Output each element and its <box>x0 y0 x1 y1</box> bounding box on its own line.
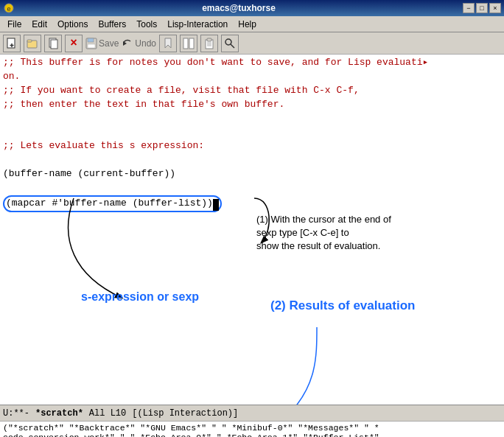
search-button[interactable] <box>221 35 239 52</box>
menu-tools[interactable]: Tools <box>132 18 161 31</box>
annotation-3: s-expression or sexp <box>81 290 199 304</box>
editor-line-3: ;; If you want to create a file, visit t… <box>3 84 501 98</box>
titlebar: e emacs@tuxhorse − □ × <box>0 0 504 16</box>
svg-point-21 <box>225 39 231 45</box>
svg-rect-8 <box>51 40 57 49</box>
close-file-button[interactable]: × <box>65 35 83 52</box>
close-button[interactable]: × <box>489 3 501 13</box>
editor-line-6 <box>3 125 501 139</box>
split-button[interactable] <box>180 35 197 52</box>
menu-help[interactable]: Help <box>234 18 261 31</box>
position-indicator: All L10 <box>89 408 126 419</box>
editor-line-9: (buffer-name (current-buffer)) <box>3 167 501 181</box>
editor-line-4: ;; then enter the text in that file's ow… <box>3 98 501 112</box>
mode-indicator: [(Lisp Interaction)] <box>132 408 238 419</box>
editor-content: ;; This buffer is for notes you don't wa… <box>0 55 504 214</box>
annotation-1: (1) With the cursor at the end of sexp t… <box>256 213 477 254</box>
paste-button[interactable] <box>200 35 218 52</box>
toolbar: × Save Undo <box>0 32 504 55</box>
bookmark-button[interactable] <box>159 35 177 52</box>
svg-line-22 <box>231 44 234 48</box>
menubar: File Edit Options Buffers Tools Lisp-Int… <box>0 16 504 32</box>
svg-rect-2 <box>7 38 15 48</box>
output-line-1: ("*scratch*" "*Backtrace*" "*GNU Emacs*"… <box>3 423 501 433</box>
open-file-button[interactable] <box>24 35 41 52</box>
editor-line-7: ;; Lets evaluate this s expression: <box>3 139 501 153</box>
menu-edit[interactable]: Edit <box>27 18 52 31</box>
new-file-button[interactable] <box>3 35 21 52</box>
menu-file[interactable]: File <box>3 18 26 31</box>
svg-marker-13 <box>165 38 171 48</box>
status-indicator: U:**- <box>3 408 29 419</box>
svg-text:e: e <box>7 5 10 13</box>
menu-lisp-interaction[interactable]: Lisp-Interaction <box>163 18 232 31</box>
editor-sexp-line: (mapcar #'buffer-name (buffer-list)) <box>3 195 501 212</box>
minimize-button[interactable]: − <box>463 3 475 13</box>
svg-rect-6 <box>27 40 32 42</box>
editor-line-8 <box>3 153 501 167</box>
svg-rect-10 <box>88 38 94 42</box>
app-icon: e <box>3 2 15 14</box>
svg-rect-11 <box>88 44 95 48</box>
editor-line-10 <box>3 181 501 195</box>
save-button[interactable]: Save <box>85 38 119 49</box>
svg-rect-17 <box>207 38 211 41</box>
editor-area[interactable]: ;; This buffer is for notes you don't wa… <box>0 55 504 405</box>
svg-rect-14 <box>183 38 188 49</box>
editor-line-5 <box>3 111 501 125</box>
undo-button[interactable]: Undo <box>122 38 156 49</box>
bottom-output: ("*scratch*" "*Backtrace*" "*GNU Emacs*"… <box>0 421 504 437</box>
buffer-name: *scratch* <box>35 408 83 419</box>
output-line-2: code-conversion-work*" " " *Echo Area 0*… <box>3 433 501 437</box>
copy-button[interactable] <box>44 35 62 52</box>
editor-line-2: on. <box>3 70 501 84</box>
annotation-2: (2) Results of evaluation <box>270 298 491 313</box>
menu-buffers[interactable]: Buffers <box>94 18 130 31</box>
editor-line-1: ;; This buffer is for notes you don't wa… <box>3 56 501 70</box>
maximize-button[interactable]: □ <box>476 3 488 13</box>
text-cursor <box>213 199 219 211</box>
menu-options[interactable]: Options <box>53 18 92 31</box>
sexp-expression: (mapcar #'buffer-name (buffer-list)) <box>3 195 222 212</box>
svg-marker-12 <box>123 41 127 46</box>
window-controls: − □ × <box>463 3 501 13</box>
svg-rect-15 <box>189 38 194 49</box>
window-title: emacs@tuxhorse <box>15 3 463 13</box>
statusbar: U:**- *scratch* All L10 [(Lisp Interacti… <box>0 405 504 421</box>
